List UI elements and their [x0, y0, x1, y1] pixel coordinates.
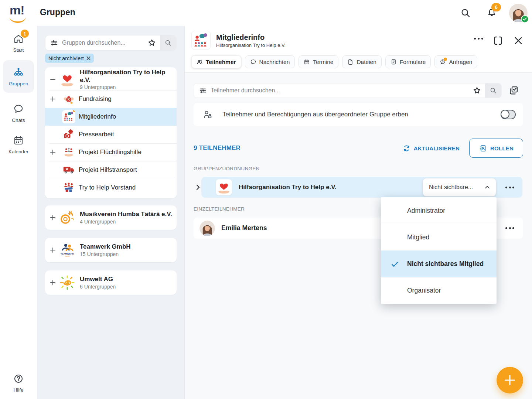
- mitgliederinfo-header-icon: [191, 31, 211, 50]
- group-card-teamwerk[interactable]: TEAMWERKGmbH Teamwerk GmbH 15 Untergrupp…: [45, 238, 177, 262]
- expand-icon[interactable]: [47, 214, 58, 221]
- group-name: Musikverein Humba Tätärä e.V.: [80, 211, 172, 218]
- global-search-icon[interactable]: [460, 8, 471, 18]
- tab-anfragen[interactable]: Anfragen: [434, 55, 477, 68]
- favorite-star-icon[interactable]: [147, 38, 156, 47]
- tab-termine[interactable]: Termine: [299, 55, 338, 68]
- sidebar-item-start[interactable]: 1 Start: [3, 30, 34, 57]
- detail-panel: Mitgliederinfo Hilfsorganisation Try to …: [185, 26, 532, 399]
- subgroup-count: 15 Untergruppen: [80, 251, 131, 257]
- tree-item-hilfstransport[interactable]: Projekt Hilfstransport: [45, 161, 177, 179]
- app-screen: m! Gruppen 6: [0, 0, 532, 399]
- role-option-mitglied[interactable]: Mitglied: [381, 224, 497, 250]
- hilfstransport-icon: [62, 163, 75, 177]
- panel-subtitle: Hilfsorganisation Try to Help e.V.: [216, 42, 286, 48]
- chevron-up-icon: [484, 184, 491, 191]
- filter-sliders-icon[interactable]: [50, 39, 58, 47]
- nav-rail: 1 Start Gruppen Chats Kal: [0, 26, 37, 399]
- role-option-administrator[interactable]: Administrator: [381, 197, 497, 224]
- user-avatar[interactable]: [509, 4, 528, 22]
- filter-sliders-icon[interactable]: [199, 86, 207, 95]
- sidebar-item-hilfe[interactable]: Hilfe: [3, 369, 34, 396]
- role-option-nicht-sichtbares-mitglied[interactable]: Nicht sichtbares Mitglied: [381, 250, 497, 277]
- svg-text:GmbH: GmbH: [65, 256, 69, 258]
- teamwerk-logo-icon: TEAMWERKGmbH: [58, 241, 76, 259]
- expand-icon[interactable]: [47, 246, 58, 254]
- page-title: Gruppen: [40, 7, 75, 17]
- participant-search-button[interactable]: [485, 83, 501, 98]
- sidebar-item-chats[interactable]: Chats: [3, 100, 34, 127]
- tree-root-row[interactable]: Hilfsorganisation Try to Help e.V. 9 Unt…: [45, 67, 177, 90]
- participant-count: 9 TEILNEHMER: [194, 144, 241, 152]
- subgroup-count: 6 Untergruppen: [80, 284, 116, 290]
- sidebar-item-kalender[interactable]: Kalender: [3, 131, 34, 158]
- group-assignment-row[interactable]: Hilfsorganisation Try to Help e.V. Nicht…: [201, 177, 522, 198]
- participant-search-bar: [194, 83, 502, 98]
- group-name: Umwelt AG: [80, 276, 116, 283]
- role-select-value: Nicht sichtbare...: [429, 184, 481, 191]
- refresh-button[interactable]: AKTUALISIEREN: [403, 144, 460, 152]
- org-chart-icon: [13, 67, 24, 78]
- tree-item-pressearbeit[interactable]: Pressearbeit: [45, 126, 177, 143]
- help-icon: [13, 373, 24, 384]
- tree-item-vorstand[interactable]: Try to Help Vorstand: [45, 179, 177, 197]
- inherit-toggle[interactable]: [501, 110, 516, 119]
- panel-title: Mitgliederinfo: [216, 33, 286, 42]
- app-logo[interactable]: m!: [9, 2, 30, 24]
- participant-count-row: 9 TEILNEHMER AKTUALISIEREN ROLLEN: [194, 139, 523, 158]
- group-card-musikverein[interactable]: Musikverein Humba Tätärä e.V. 4 Untergru…: [45, 205, 177, 230]
- filter-chip-nicht-archiviert[interactable]: Nicht archiviert: [45, 54, 94, 63]
- subgroup-count: 9 Untergruppen: [80, 84, 173, 90]
- expand-icon[interactable]: [47, 149, 58, 156]
- heart-hand-group-icon: [216, 179, 232, 195]
- collapse-icon[interactable]: [47, 76, 58, 83]
- assigned-group-name: Hilfsorganisation Try to Help e.V.: [239, 184, 337, 191]
- more-options-icon[interactable]: [474, 38, 483, 40]
- fullscreen-icon[interactable]: [493, 35, 503, 46]
- tab-formulare[interactable]: Formulare: [385, 55, 431, 68]
- pressearbeit-icon: [62, 128, 75, 141]
- sidebar-item-label: Kalender: [8, 149, 28, 154]
- musikverein-icon: [58, 209, 76, 226]
- group-search-input[interactable]: [62, 40, 144, 46]
- expand-icon[interactable]: [47, 95, 58, 103]
- group-tree-panel: Nicht archiviert Hilfsorganisation Try t…: [37, 26, 185, 399]
- member-more-icon[interactable]: [505, 227, 514, 229]
- role-option-organisator[interactable]: Organisator: [381, 277, 497, 304]
- person-lock-icon: [202, 109, 213, 120]
- add-participant-fab[interactable]: [497, 367, 523, 393]
- tree-item-fluechtlingshilfe[interactable]: Projekt Flüchtlingshilfe: [45, 143, 177, 161]
- role-select[interactable]: Nicht sichtbare...: [423, 178, 496, 197]
- calendar-icon: [13, 135, 24, 146]
- chip-close-icon[interactable]: [86, 56, 91, 60]
- tab-nachrichten[interactable]: Nachrichten: [245, 55, 295, 68]
- anfragen-notification-dot: [444, 58, 447, 61]
- member-avatar: [200, 221, 215, 236]
- sidebar-item-gruppen[interactable]: Gruppen: [3, 60, 34, 93]
- group-search-button[interactable]: [160, 35, 176, 50]
- sidebar-item-label: Chats: [12, 117, 25, 123]
- top-bar: m! Gruppen 6: [0, 0, 532, 26]
- expand-icon[interactable]: [47, 279, 58, 286]
- fundraising-icon: [62, 92, 75, 106]
- roles-button[interactable]: ROLLEN: [469, 139, 523, 158]
- logo-smile-arc: [10, 17, 26, 23]
- tab-teilnehmer[interactable]: Teilnehmer: [191, 55, 241, 68]
- multi-select-icon[interactable]: [508, 85, 519, 96]
- individual-participants-label: EINZELTEILNEHMER: [194, 206, 245, 212]
- tab-dateien[interactable]: Dateien: [342, 55, 381, 68]
- teilnehmer-content: Teilnehmer und Berechtigungen aus überge…: [185, 73, 532, 399]
- group-name: Hilfsorganisation Try to Help e.V.: [80, 69, 173, 83]
- sidebar-item-label: Gruppen: [9, 81, 28, 86]
- favorite-star-icon[interactable]: [473, 86, 481, 95]
- tree-item-fundraising[interactable]: Fundraising: [45, 90, 177, 108]
- participant-search-input[interactable]: [211, 87, 469, 94]
- sidebar-item-label: Hilfe: [13, 387, 23, 393]
- group-card-umwelt[interactable]: Umwelt AG 6 Untergruppen: [45, 270, 177, 295]
- start-badge: 1: [21, 30, 29, 38]
- tree-item-mitgliederinfo[interactable]: Mitgliederinfo: [45, 108, 177, 126]
- group-row-more-icon[interactable]: [505, 187, 514, 188]
- svg-text:TEAMWERK: TEAMWERK: [61, 252, 74, 255]
- close-icon[interactable]: [513, 35, 524, 46]
- heart-hand-group-icon: [58, 71, 76, 88]
